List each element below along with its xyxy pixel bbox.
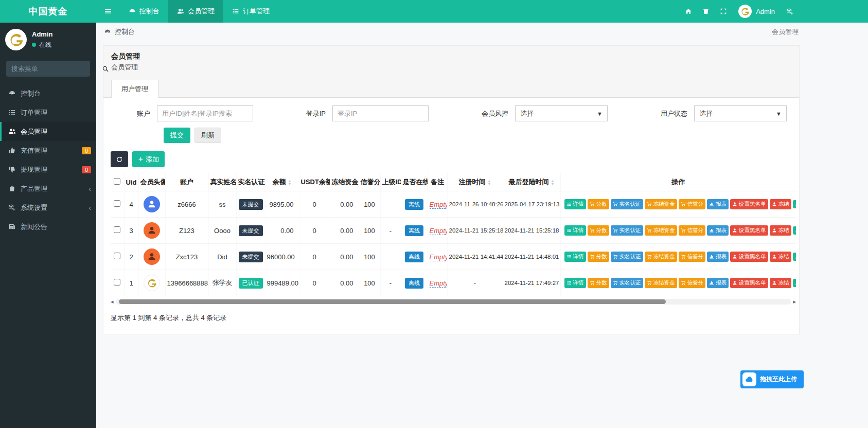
- row-action-5[interactable]: 报表: [707, 278, 729, 288]
- nav-item-2[interactable]: 订单管理: [223, 0, 278, 23]
- row-action-4[interactable]: 信誉分: [679, 278, 706, 288]
- row-action-3[interactable]: 冻结资金: [645, 225, 677, 236]
- row-checkbox[interactable]: [114, 200, 120, 207]
- trash-icon[interactable]: [697, 0, 715, 23]
- member-avatar: [144, 275, 160, 291]
- breadcrumb-left[interactable]: 控制台: [104, 27, 135, 37]
- gears-icon: [786, 8, 794, 15]
- refresh-button[interactable]: [111, 151, 128, 167]
- row-action-3[interactable]: 冻结资金: [645, 278, 677, 288]
- row-action-6[interactable]: 设置黑名单: [730, 225, 768, 236]
- expand-icon: [720, 8, 727, 15]
- scroll-right-icon[interactable]: ▸: [793, 298, 796, 305]
- cell-account: Z123: [165, 218, 208, 244]
- row-action-5[interactable]: 报表: [707, 252, 729, 262]
- members-table: Uid会员头像账户真实姓名实名认证余额▲▼USDT余额冻结资金信誉分上级ID是否…: [111, 173, 796, 296]
- column-header-5[interactable]: 余额▲▼: [265, 173, 299, 191]
- remark-editable[interactable]: Empty: [430, 201, 448, 209]
- sidebar-item-7[interactable]: 新闻公告: [0, 217, 96, 236]
- edit-button[interactable]: [793, 226, 796, 235]
- row-action-0[interactable]: 详情: [564, 252, 586, 262]
- sidebar-item-2[interactable]: 会员管理: [0, 122, 96, 141]
- scrollbar-track[interactable]: [116, 299, 791, 305]
- column-header-1: 会员头像: [138, 173, 165, 191]
- verify-badge: 未提交: [239, 252, 263, 262]
- row-action-0[interactable]: 详情: [564, 278, 586, 288]
- row-action-3[interactable]: 冻结资金: [645, 199, 677, 209]
- cart-icon: [647, 280, 652, 286]
- row-action-4[interactable]: 信誉分: [679, 225, 706, 236]
- row-action-4[interactable]: 信誉分: [679, 199, 706, 209]
- search-icon[interactable]: [102, 65, 109, 73]
- scroll-left-icon[interactable]: ◂: [111, 298, 114, 305]
- brand-logo[interactable]: 中国黄金: [0, 0, 96, 23]
- row-action-6[interactable]: 设置黑名单: [730, 252, 768, 262]
- sidebar-item-0[interactable]: 控制台: [0, 84, 96, 103]
- pencil-icon: [795, 228, 796, 233]
- row-action-2[interactable]: 实名认证: [611, 225, 643, 236]
- column-header-12[interactable]: 注册时间▲▼: [447, 173, 503, 191]
- trash-icon: [702, 8, 710, 15]
- list-icon: [566, 202, 572, 207]
- cart-icon: [681, 202, 686, 207]
- sidebar-item-1[interactable]: 订单管理: [0, 103, 96, 122]
- edit-button[interactable]: [793, 253, 796, 261]
- user-menu[interactable]: Admin: [732, 5, 781, 18]
- row-checkbox[interactable]: [114, 253, 120, 259]
- row-action-6[interactable]: 设置黑名单: [730, 199, 768, 209]
- row-action-1[interactable]: 分数: [588, 278, 609, 288]
- row-action-5[interactable]: 报表: [707, 225, 729, 236]
- submit-button[interactable]: 提交: [164, 128, 190, 143]
- login-ip-input[interactable]: [332, 105, 429, 121]
- drag-upload-widget[interactable]: 拖拽至此上传: [740, 370, 804, 388]
- row-action-2[interactable]: 实名认证: [611, 199, 643, 209]
- row-action-2[interactable]: 实名认证: [611, 278, 643, 288]
- gears-icon[interactable]: [781, 0, 799, 23]
- home-icon[interactable]: [680, 0, 697, 23]
- row-action-0[interactable]: 详情: [564, 225, 586, 236]
- row-checkbox[interactable]: [114, 226, 120, 233]
- cell-account: Zxc123: [165, 244, 208, 270]
- scrollbar-thumb[interactable]: [119, 299, 666, 304]
- remark-editable[interactable]: Empty: [430, 279, 448, 288]
- select-all-checkbox[interactable]: [114, 178, 120, 185]
- row-action-6[interactable]: 设置黑名单: [730, 278, 768, 288]
- risk-select[interactable]: 选择▼: [515, 105, 608, 121]
- row-action-7[interactable]: 冻结: [770, 199, 791, 209]
- sidebar-item-6[interactable]: 系统设置‹: [0, 198, 96, 217]
- row-action-7[interactable]: 冻结: [770, 225, 791, 236]
- add-button[interactable]: 添加: [132, 151, 165, 167]
- row-action-3[interactable]: 冻结资金: [645, 252, 677, 262]
- reset-button[interactable]: 刷新: [194, 128, 221, 143]
- edit-button[interactable]: [793, 200, 796, 208]
- row-action-5[interactable]: 报表: [707, 199, 729, 209]
- user-status-select[interactable]: 选择▼: [694, 105, 787, 121]
- account-search-input[interactable]: [157, 105, 253, 121]
- row-action-7[interactable]: 冻结: [770, 278, 791, 288]
- row-action-4[interactable]: 信誉分: [679, 252, 706, 262]
- cell-register-time: -: [447, 270, 503, 296]
- sidebar-item-3[interactable]: 充值管理0: [0, 141, 96, 160]
- row-action-1[interactable]: 分数: [588, 199, 609, 209]
- gold-logo-icon: [5, 29, 27, 50]
- expand-icon[interactable]: [715, 0, 732, 23]
- user-icon: [147, 252, 156, 261]
- remark-editable[interactable]: Empty: [430, 253, 448, 261]
- row-checkbox[interactable]: [114, 279, 120, 286]
- row-action-2[interactable]: 实名认证: [611, 252, 643, 262]
- sidebar-item-4[interactable]: 提现管理0: [0, 160, 96, 179]
- nav-item-1[interactable]: 会员管理: [168, 0, 223, 23]
- sidebar-toggle[interactable]: [96, 0, 120, 23]
- sidebar-item-5[interactable]: 产品管理‹: [0, 179, 96, 198]
- nav-item-0[interactable]: 控制台: [120, 0, 168, 23]
- search-input[interactable]: [11, 65, 102, 73]
- column-header-13[interactable]: 最后登陆时间▲▼: [503, 173, 560, 191]
- row-action-1[interactable]: 分数: [588, 225, 609, 236]
- row-action-7[interactable]: 冻结: [770, 252, 791, 262]
- edit-button[interactable]: [793, 279, 796, 287]
- row-action-1[interactable]: 分数: [588, 252, 609, 262]
- count-badge: 0: [82, 147, 91, 154]
- remark-editable[interactable]: Empty: [430, 227, 448, 235]
- tab-user-management[interactable]: 用户管理: [111, 80, 158, 98]
- row-action-0[interactable]: 详情: [564, 199, 586, 209]
